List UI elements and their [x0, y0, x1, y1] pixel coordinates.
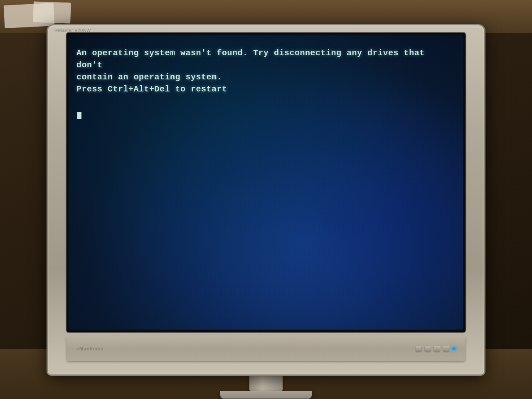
- screen-bezel: An operating system wasn't found. Try di…: [66, 33, 466, 332]
- monitor-down-button[interactable]: [434, 346, 440, 352]
- monitor-stand-base: [220, 391, 312, 399]
- monitor-stand-neck: [249, 374, 283, 391]
- monitor-up-button[interactable]: [425, 346, 431, 352]
- monitor-chin: eMachines: [66, 336, 466, 361]
- monitor-power-led: [452, 347, 456, 350]
- monitor-logo: eMachines: [76, 346, 103, 351]
- screen-content: An operating system wasn't found. Try di…: [76, 47, 456, 119]
- monitor-shell: eMaster 920NW An operating system wasn't…: [48, 25, 484, 374]
- error-line-1: An operating system wasn't found. Try di…: [76, 47, 456, 71]
- screen: An operating system wasn't found. Try di…: [69, 35, 463, 330]
- monitor-buttons-row: [416, 346, 456, 352]
- cursor-blink: [77, 112, 81, 119]
- monitor-select-button[interactable]: [443, 346, 449, 352]
- error-line-3: Press Ctrl+Alt+Del to restart: [76, 83, 456, 95]
- monitor-brand-label: eMaster 920NW: [55, 28, 91, 33]
- error-line-2: contain an operating system.: [76, 71, 456, 83]
- monitor-menu-button[interactable]: [416, 346, 421, 352]
